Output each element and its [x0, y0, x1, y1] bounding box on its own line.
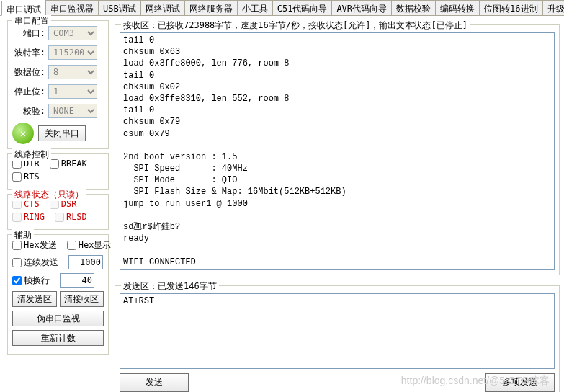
multi-send-button[interactable]: 多项发送	[485, 373, 555, 392]
close-port-button[interactable]: 关闭串口	[38, 125, 86, 141]
hex-show-checkbox-wrap[interactable]: Hex显示	[67, 239, 112, 251]
rts-checkbox[interactable]	[12, 172, 22, 182]
tab-tools[interactable]: 小工具	[237, 0, 273, 15]
wrap-checkbox-wrap[interactable]: 帧换行	[12, 275, 50, 287]
stop-label: 停止位:	[12, 86, 45, 98]
tab-upgrade[interactable]: 升级与配	[542, 0, 564, 15]
reset-count-button[interactable]: 重新计数	[12, 330, 104, 346]
tab-avr-wizard[interactable]: AVR代码向导	[331, 0, 392, 15]
data-label: 数据位:	[12, 66, 45, 79]
stop-select[interactable]: 1	[48, 84, 97, 99]
tab-serial-monitor[interactable]: 串口监视器	[45, 0, 99, 15]
send-area: 发送区：已发送146字节 AT+RST 发送 多项发送	[115, 285, 560, 392]
ring-indicator: RING	[12, 212, 45, 222]
send-legend: 发送区：已发送146字节	[121, 280, 219, 293]
rts-checkbox-wrap[interactable]: RTS	[12, 172, 40, 182]
tab-net-server[interactable]: 网络服务器	[184, 0, 238, 15]
tab-checksum[interactable]: 数据校验	[391, 0, 436, 15]
clear-recv-button[interactable]: 清接收区	[60, 291, 104, 307]
parity-label: 校验:	[12, 105, 45, 117]
tab-c51-wizard[interactable]: C51代码向导	[272, 0, 333, 15]
tab-usb-debug[interactable]: USB调试	[98, 0, 141, 15]
aux-group: 辅助 Hex发送 Hex显示 连续发送 帧换行 清发送区 清接收区 伪串口监视 …	[7, 234, 109, 355]
hex-show-checkbox[interactable]	[67, 241, 76, 250]
port-label: 端口:	[12, 27, 45, 40]
port-select[interactable]: COM3	[48, 26, 97, 40]
aux-legend: 辅助	[12, 229, 34, 241]
clear-send-button[interactable]: 清发送区	[12, 291, 57, 307]
tab-bitmap-hex[interactable]: 位图转16进制	[479, 0, 542, 15]
data-select[interactable]: 8	[48, 65, 97, 79]
baud-select[interactable]: 115200	[48, 45, 97, 60]
line-control-group: 线路控制 DTR BREAK RTS	[7, 153, 109, 190]
tab-encoding[interactable]: 编码转换	[435, 0, 480, 15]
fake-monitor-button[interactable]: 伪串口监视	[12, 311, 104, 326]
line-status-group: 线路状态（只读） CTS DSR RING RLSD	[7, 194, 109, 230]
wrap-checkbox[interactable]	[12, 276, 22, 285]
port-status-icon	[12, 122, 34, 144]
serial-config-legend: 串口配置	[12, 15, 51, 27]
recv-legend: 接收区：已接收723988字节，速度16字节/秒，接收状态[允许]，输出文本状态…	[121, 19, 470, 32]
line-control-legend: 线路控制	[12, 148, 51, 161]
serial-config-group: 串口配置 端口: COM3 波特率: 115200 数据位: 8 停止位: 1 …	[7, 20, 109, 149]
tab-serial-debug[interactable]: 串口调试	[1, 1, 46, 16]
cont-send-checkbox[interactable]	[12, 258, 22, 267]
hex-send-checkbox[interactable]	[12, 241, 22, 250]
parity-select[interactable]: NONE	[48, 104, 97, 118]
send-textbox[interactable]: AT+RST	[120, 293, 555, 369]
recv-area: 接收区：已接收723988字节，速度16字节/秒，接收状态[允许]，输出文本状态…	[115, 24, 560, 275]
break-checkbox-wrap[interactable]: BREAK	[50, 159, 87, 169]
tab-bar: 串口调试 串口监视器 USB调试 网络调试 网络服务器 小工具 C51代码向导 …	[0, 0, 564, 16]
rlsd-indicator: RLSD	[55, 212, 87, 222]
cont-send-checkbox-wrap[interactable]: 连续发送	[12, 257, 58, 269]
send-button[interactable]: 发送	[120, 373, 189, 392]
recv-textbox[interactable]: tail 0 chksum 0x63 load 0x3ffe8000, len …	[120, 32, 555, 270]
wrap-width-input[interactable]	[60, 273, 94, 288]
cont-send-interval-input[interactable]	[68, 255, 103, 270]
tab-net-debug[interactable]: 网络调试	[140, 0, 185, 15]
line-status-legend: 线路状态（只读）	[12, 189, 86, 201]
baud-label: 波特率:	[12, 47, 45, 59]
